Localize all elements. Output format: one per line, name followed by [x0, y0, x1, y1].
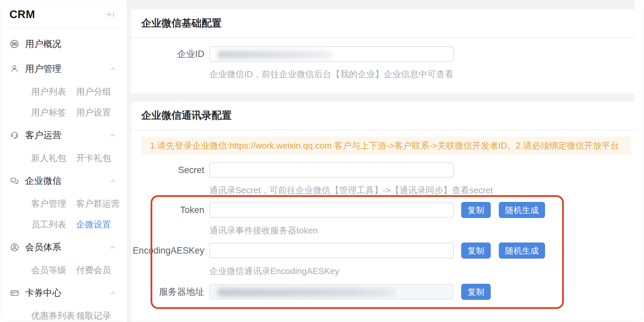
sidebar-item-user-management[interactable]: 用户管理 [0, 56, 127, 81]
basic-config-card: 企业微信基础配置 企业ID 企业微信ID，前往企业微信后台【我的企业】企业信息中… [131, 9, 635, 93]
corp-id-help: 企业微信ID，前往企业微信后台【我的企业】企业信息中可查看 [209, 69, 635, 79]
sidebar-item-label: 用户概况 [25, 38, 61, 50]
token-label: Token [131, 205, 209, 215]
masked-corp-id-value [217, 51, 333, 59]
sidebar-subrow: 新人礼包 开卡礼包 [0, 148, 127, 168]
corp-id-row: 企业ID [131, 46, 635, 62]
sidebar-item-coupon-list[interactable]: 优惠券列表 [0, 310, 76, 322]
sidebar-collapse-button[interactable] [106, 9, 116, 19]
sidebar-item-wecom-settings-active[interactable]: 企微设置 [76, 219, 111, 230]
chevron-up-icon [109, 289, 117, 297]
collapse-arrow-icon [106, 10, 116, 19]
sidebar-item-claim-records[interactable]: 领取记录 [76, 310, 111, 322]
wechat-work-icon [9, 176, 19, 186]
secret-label: Secret [131, 165, 209, 175]
contacts-config-title: 企业微信通讯录配置 [131, 102, 635, 130]
sidebar-item-customer-group-ops[interactable]: 客户群运营 [76, 198, 120, 210]
corp-id-input[interactable] [209, 46, 454, 62]
sidebar-item-customer-ops[interactable]: 客户运营 [0, 123, 127, 148]
chevron-up-icon [109, 244, 117, 251]
server-url-copy-button[interactable]: 复制 [461, 284, 491, 300]
masked-server-url-value [217, 288, 395, 297]
sidebar-menu: 用户概况 用户管理 用户列表 用户分组 用户标 [0, 29, 127, 322]
aes-key-help: 企业微信通讯录EncodingAESKey [209, 266, 635, 276]
sidebar-item-label: 用户管理 [25, 63, 61, 75]
sidebar-subrow: 员工列表 企微设置 [0, 214, 127, 235]
user-icon [9, 64, 19, 74]
right-margin-strip [635, 0, 644, 322]
sidebar-item-newcomer-pack[interactable]: 新人礼包 [0, 152, 76, 164]
sidebar-item-staff-list[interactable]: 员工列表 [0, 219, 76, 230]
server-url-input [209, 284, 454, 300]
app-logo: CRM [9, 8, 35, 21]
sidebar-item-label: 卡券中心 [25, 287, 61, 299]
secret-row: Secret [131, 162, 635, 178]
secret-help: 通讯录Secret，可前往企业微信【管理工具】->【通讯录同步】查看secret [209, 185, 635, 195]
token-random-generate-button[interactable]: 随机生成 [499, 202, 545, 218]
card-coupon-icon [9, 288, 19, 298]
server-url-label: 服务器地址 [131, 286, 209, 298]
sidebar-item-label: 企业微信 [25, 175, 61, 187]
secret-input[interactable] [209, 162, 454, 178]
sidebar-subrow: 会员等级 付费会员 [0, 260, 127, 280]
aes-key-row: EncodingAESKey 复制 随机生成 [131, 243, 635, 259]
sidebar-item-user-list[interactable]: 用户列表 [0, 86, 76, 98]
sidebar-item-wechat-work[interactable]: 企业微信 [0, 168, 127, 193]
sidebar-item-user-tag[interactable]: 用户标签 [0, 107, 76, 118]
sidebar-item-user-group[interactable]: 用户分组 [76, 86, 111, 98]
aes-key-input[interactable] [209, 243, 454, 258]
sidebar-item-paid-member[interactable]: 付费会员 [76, 264, 111, 276]
sidebar-subrow: 用户标签 用户设置 [0, 102, 127, 123]
sidebar-item-label: 会员体系 [25, 241, 61, 253]
chevron-up-icon [109, 131, 117, 139]
server-url-row: 服务器地址 复制 [131, 284, 635, 300]
sidebar-item-membership[interactable]: 会员体系 [0, 235, 127, 260]
aes-key-label: EncodingAESKey [131, 246, 209, 256]
sidebar-item-coupon-center[interactable]: 卡券中心 [0, 280, 127, 305]
sidebar-item-user-settings[interactable]: 用户设置 [76, 107, 111, 118]
sidebar-item-card-pack[interactable]: 开卡礼包 [76, 152, 111, 164]
sidebar-item-label: 客户运营 [25, 129, 61, 141]
token-input[interactable] [209, 202, 454, 218]
corp-id-label: 企业ID [131, 48, 209, 60]
member-icon [9, 242, 19, 252]
contacts-config-card: 企业微信通讯录配置 1.请先登录企业微信:https://work.weixin… [131, 102, 635, 322]
sidebar-subrow: 客户管理 客户群运营 [0, 193, 127, 214]
sidebar-header: CRM [0, 0, 127, 29]
sidebar-subrow: 优惠券列表 领取记录 [0, 305, 127, 322]
token-copy-button[interactable]: 复制 [461, 202, 491, 218]
chevron-up-icon [109, 65, 117, 72]
aes-key-copy-button[interactable]: 复制 [461, 243, 491, 259]
users-overview-icon [9, 39, 19, 49]
main-content: 企业微信基础配置 企业ID 企业微信ID，前往企业微信后台【我的企业】企业信息中… [127, 0, 635, 322]
token-row: Token 复制 随机生成 [131, 202, 635, 218]
app-window: CRM [0, 0, 644, 322]
customer-ops-icon [9, 130, 19, 140]
sidebar-item-customer-management[interactable]: 客户管理 [0, 198, 76, 210]
token-help: 通讯录事件接收服务器token [209, 225, 635, 235]
sidebar-item-member-level[interactable]: 会员等级 [0, 264, 76, 276]
chevron-up-icon [109, 177, 117, 184]
sidebar-subrow: 用户列表 用户分组 [0, 81, 127, 102]
aes-key-random-generate-button[interactable]: 随机生成 [499, 243, 545, 259]
basic-config-title: 企业微信基础配置 [131, 9, 635, 38]
sidebar-item-user-overview[interactable]: 用户概况 [0, 32, 127, 56]
sidebar: CRM [0, 0, 127, 322]
notice-banner: 1.请先登录企业微信:https://work.weixin.qq.com 客户… [141, 137, 631, 155]
